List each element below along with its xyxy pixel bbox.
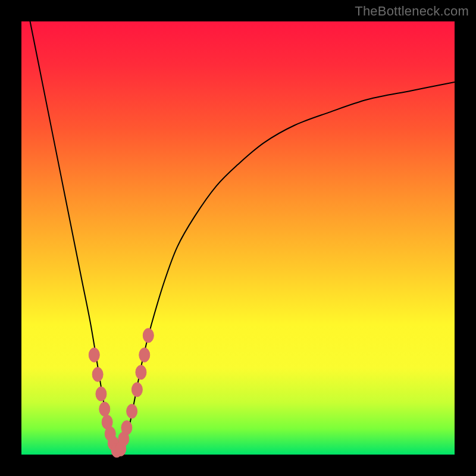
bottleneck-curve <box>21 0 455 452</box>
highlight-dot <box>143 328 154 343</box>
chart-frame: TheBottleneck.com <box>0 0 476 476</box>
highlight-dot <box>136 365 146 380</box>
watermark-text: TheBottleneck.com <box>355 4 469 19</box>
plot-area <box>21 21 455 455</box>
highlight-dot <box>121 421 132 435</box>
highlight-dot <box>92 367 103 381</box>
highlight-dot <box>131 383 142 397</box>
highlight-dots-group <box>89 328 154 458</box>
chart-svg <box>21 21 455 455</box>
highlight-dot <box>127 404 137 418</box>
highlight-dot <box>99 402 110 416</box>
highlight-dot <box>139 348 150 362</box>
highlight-dot <box>89 348 99 362</box>
highlight-dot <box>96 387 107 401</box>
